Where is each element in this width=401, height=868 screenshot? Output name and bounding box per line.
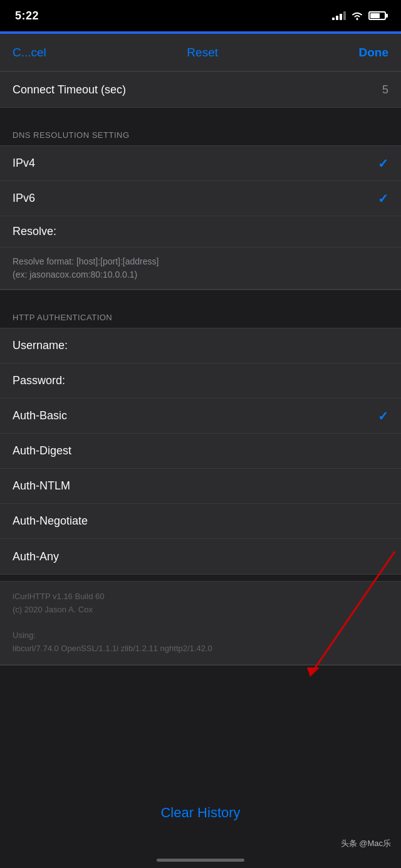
resolve-row[interactable]: Resolve: (0, 216, 401, 248)
ipv6-label: IPv6 (13, 192, 35, 205)
cancel-button[interactable]: C...cel (13, 46, 46, 60)
done-button[interactable]: Done (359, 46, 389, 60)
signal-bar-2 (336, 16, 338, 20)
signal-bar-3 (340, 14, 342, 20)
connect-timeout-label: Connect Timeout (sec) (13, 83, 126, 97)
clear-history-button[interactable]: Clear History (160, 805, 240, 821)
version-info-row: iCurlHTTP v1.16 Build 60 (c) 2020 Jason … (0, 582, 401, 665)
resolve-format-text: Resolve format: [host]:[port]:[address](… (13, 255, 388, 281)
auth-any-label: Auth-Any (13, 550, 59, 563)
signal-bar-4 (343, 11, 346, 20)
auth-basic-checkmark-icon: ✓ (378, 409, 388, 424)
auth-basic-label: Auth-Basic (13, 409, 67, 422)
status-icons (332, 11, 386, 20)
signal-bar-1 (332, 18, 335, 20)
battery-fill (370, 13, 380, 18)
bottom-spacer (0, 666, 401, 728)
ipv6-checkmark-icon: ✓ (378, 191, 388, 206)
resolve-label: Resolve: (13, 225, 56, 238)
status-time: 5:22 (15, 9, 39, 23)
username-label: Username: (13, 339, 68, 352)
password-label: Password: (13, 374, 65, 387)
connect-timeout-group: Connect Timeout (sec) 5 (0, 71, 401, 108)
version-info-group: iCurlHTTP v1.16 Build 60 (c) 2020 Jason … (0, 581, 401, 666)
dns-section-header: DNS RESOLUTION SETTING (0, 120, 401, 145)
watermark: 头条 @Mac乐 (341, 838, 391, 849)
auth-digest-label: Auth-Digest (13, 444, 71, 458)
auth-digest-row[interactable]: Auth-Digest (0, 434, 401, 469)
status-bar: 5:22 (0, 0, 401, 31)
ipv4-row[interactable]: IPv4 ✓ (0, 146, 401, 181)
toolbar: C...cel Reset Done (0, 34, 401, 71)
password-row[interactable]: Password: (0, 363, 401, 399)
clear-history-container: Clear History (0, 792, 401, 834)
dns-header-text: DNS RESOLUTION SETTING (13, 130, 130, 140)
auth-negotiate-row[interactable]: Auth-Negotiate (0, 504, 401, 539)
ipv4-checkmark-icon: ✓ (378, 156, 388, 171)
auth-any-row[interactable]: Auth-Any (0, 539, 401, 574)
battery-icon (368, 11, 386, 20)
signal-bars-icon (332, 11, 346, 20)
dns-settings-group: IPv4 ✓ IPv6 ✓ Resolve: Resolve format: [… (0, 145, 401, 290)
auth-negotiate-label: Auth-Negotiate (13, 515, 88, 528)
http-auth-settings-group: Username: Password: Auth-Basic ✓ Auth-Di… (0, 328, 401, 575)
ipv6-row[interactable]: IPv6 ✓ (0, 181, 401, 216)
username-row[interactable]: Username: (0, 328, 401, 363)
connect-timeout-row[interactable]: Connect Timeout (sec) 5 (0, 72, 401, 107)
spacer-3 (0, 575, 401, 581)
http-auth-section-header: HTTP AUTHENTICATION (0, 303, 401, 328)
version-text: iCurlHTTP v1.16 Build 60 (c) 2020 Jason … (13, 590, 388, 656)
auth-ntlm-label: Auth-NTLM (13, 479, 70, 493)
auth-ntlm-row[interactable]: Auth-NTLM (0, 469, 401, 504)
home-indicator (157, 859, 244, 862)
ipv4-label: IPv4 (13, 157, 35, 170)
spacer-2 (0, 290, 401, 303)
settings-content: Connect Timeout (sec) 5 DNS RESOLUTION S… (0, 71, 401, 793)
spacer-1 (0, 108, 401, 120)
connect-timeout-value: 5 (382, 83, 388, 97)
resolve-info-row: Resolve format: [host]:[port]:[address](… (0, 248, 401, 290)
wifi-icon (351, 11, 363, 20)
reset-button[interactable]: Reset (187, 46, 218, 60)
auth-basic-row[interactable]: Auth-Basic ✓ (0, 399, 401, 434)
http-auth-header-text: HTTP AUTHENTICATION (13, 313, 112, 322)
